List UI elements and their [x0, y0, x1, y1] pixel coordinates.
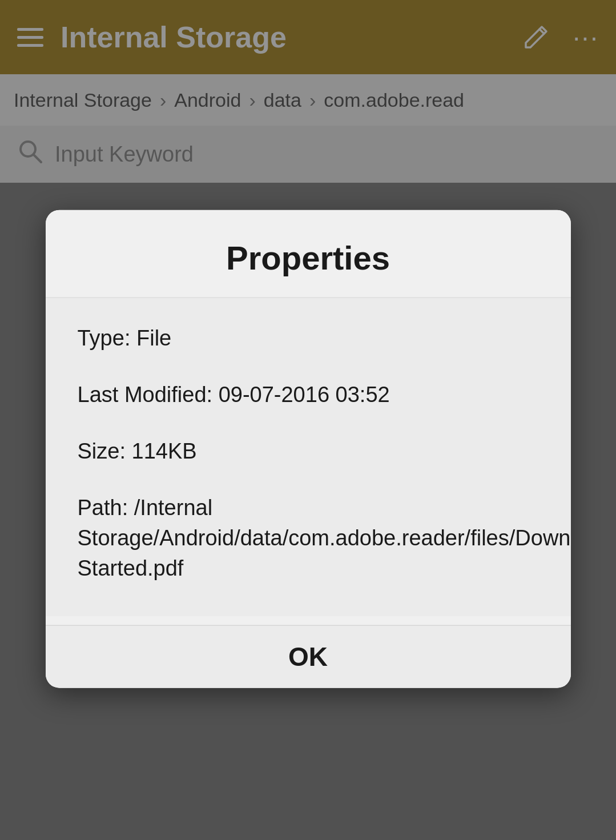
dialog-footer: OK [46, 625, 571, 688]
property-last-modified: Last Modified: 09-07-2016 03:52 [78, 379, 539, 409]
property-size: Size: 114KB [78, 436, 539, 467]
dialog-title: Properties [69, 238, 548, 276]
property-type: Type: File [78, 323, 539, 353]
property-path: Path: /Internal Storage/Android/data/com… [78, 493, 539, 584]
dialog-body: Type: File Last Modified: 09-07-2016 03:… [46, 298, 571, 616]
dialog-ok-button[interactable]: OK [243, 632, 373, 681]
dialog-title-area: Properties [46, 210, 571, 298]
properties-dialog: Properties Type: File Last Modified: 09-… [46, 210, 571, 688]
